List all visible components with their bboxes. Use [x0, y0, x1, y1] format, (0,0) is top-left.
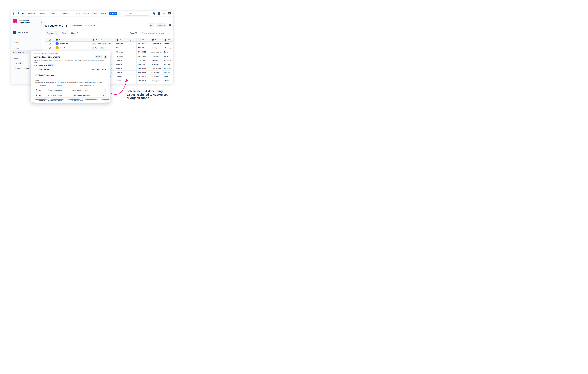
requests-field-icon [92, 38, 95, 41]
add-sla-button[interactable]: Add SLA [95, 55, 103, 58]
cell-office: Berlin [163, 75, 173, 79]
select-all-checkbox[interactable] [49, 39, 51, 41]
avatar [55, 42, 59, 45]
add-filter-icon[interactable]: + [67, 32, 68, 34]
table-row[interactable]: Cassi Owens8Open746ClosedAdvanced4291786… [45, 46, 173, 50]
closed-requests-link-fragment[interactable]: ed [111, 64, 112, 65]
nav-item-teams[interactable]: Teams [74, 11, 80, 16]
trash-icon[interactable] [65, 25, 67, 27]
select-field-icon [164, 38, 167, 41]
add-customer-button[interactable]: Add customer [45, 31, 59, 35]
closed-requests-link[interactable]: Closed [105, 47, 110, 49]
closed-requests-link-fragment[interactable]: ed [111, 67, 112, 69]
goal-row[interactable]: 4hSample 9-5 Calendar"Support package" =… [35, 93, 105, 98]
sidebar-app-title: Customers & Organizations [19, 19, 40, 24]
annotation-text: Determine SLA depending values assigned … [126, 89, 168, 100]
bell-icon[interactable] [169, 24, 172, 27]
sla-description: Set time goals with Service Level Agreem… [34, 60, 107, 63]
sla-card-time-to-resolution[interactable]: Time to resolution 3 goals Edit ••• [34, 67, 107, 72]
breadcrumb-item[interactable]: IT Support [41, 53, 47, 54]
column-header-telephone[interactable]: Aa Telephone [136, 38, 150, 42]
find-customer-input[interactable] [141, 31, 171, 35]
calendar-icon [48, 89, 49, 91]
cell-user: Alana Grant [54, 42, 90, 46]
column-header-user[interactable]: User [54, 38, 90, 42]
back-to-views[interactable]: ← Back to views [13, 31, 40, 34]
save-view-button[interactable]: Save view [85, 25, 95, 27]
column-header-requests[interactable]: Requests [90, 38, 114, 42]
closed-requests-link-fragment[interactable]: ed [111, 51, 112, 53]
notifications-icon[interactable] [153, 12, 156, 15]
filter-button[interactable]: Filter [62, 32, 66, 34]
cell-position: Administrator [150, 66, 163, 70]
edit-button[interactable]: Edit [96, 68, 100, 71]
remove-goal-icon[interactable]: × [102, 95, 105, 96]
cell-support-package: Advanced [114, 54, 136, 58]
row-checkbox[interactable] [49, 43, 51, 44]
chevron-down-icon [79, 13, 80, 14]
column-header-position[interactable]: Position [150, 38, 163, 42]
app-switcher-icon[interactable] [13, 12, 15, 15]
cell-position: Developer [150, 79, 163, 83]
nav-items: Your workProjectsFiltersDashboardsTeamsP… [27, 11, 106, 16]
rows-per-page-select[interactable]: Rows: 25 [130, 32, 139, 34]
nav-item-assets[interactable]: Assets [92, 11, 97, 16]
nav-item-projects[interactable]: Projects [40, 11, 47, 16]
search-icon [141, 32, 143, 34]
chevron-right-icon[interactable] [105, 69, 106, 70]
cell-support-package: Standard [114, 75, 136, 79]
actions-button[interactable]: Actions [156, 23, 167, 27]
closed-requests-link-fragment[interactable]: ed [111, 72, 112, 74]
goals-in-project-label: Goals in this project: [34, 64, 47, 66]
sidebar-section-private: PRIVATE [13, 47, 40, 49]
more-options-icon[interactable]: ••• [102, 69, 104, 70]
cell-telephone: 329517470 [136, 58, 150, 62]
goal-row[interactable]: 2hSample 9-5 Calendar"Support package" =… [35, 88, 105, 92]
cell-requests: 731Open2331Closed [90, 42, 114, 46]
closed-requests-link-fragment[interactable]: ed [111, 55, 112, 57]
column-header-support-package[interactable]: Support package [114, 38, 136, 42]
drag-handle-icon[interactable] [35, 89, 38, 91]
closed-requests-link-fragment[interactable]: ed [111, 59, 112, 61]
drag-handle-icon[interactable] [35, 95, 38, 96]
fields-button[interactable]: Fields 7 [71, 32, 78, 34]
add-goal-button[interactable]: + [69, 98, 72, 101]
remove-goal-icon[interactable]: × [102, 89, 105, 91]
open-requests-link[interactable]: Open [95, 47, 99, 49]
row-checkbox[interactable] [49, 47, 51, 49]
column-header-office[interactable]: Office [163, 38, 173, 42]
open-requests-link[interactable]: Open [97, 43, 101, 45]
chevron-down-icon [88, 13, 89, 14]
create-button[interactable]: Create [109, 12, 117, 15]
more-actions-button[interactable]: ••• [148, 23, 154, 27]
closed-count-badge: 2331 [102, 43, 107, 45]
nav-item-filters[interactable]: Filters [51, 11, 57, 16]
chevron-down-icon [56, 13, 57, 14]
user-avatar[interactable] [168, 12, 171, 15]
search-input[interactable] [125, 11, 149, 16]
jira-logo[interactable]: Jira [17, 12, 24, 15]
breadcrumb-item[interactable]: Project settings [49, 53, 58, 54]
sidebar-item-customers[interactable]: Customers [13, 41, 40, 44]
closed-requests-link[interactable]: Closed [107, 43, 112, 45]
closed-requests-link-fragment[interactable]: ed [111, 80, 112, 82]
chevron-down-icon [70, 13, 71, 14]
help-icon[interactable]: ? [158, 12, 160, 15]
calendar-button[interactable] [104, 55, 107, 58]
nav-item-dashboards[interactable]: Dashboards [60, 11, 70, 16]
gear-icon[interactable]: ⚙ [163, 12, 165, 15]
nav-item-your-work[interactable]: Your work [27, 11, 36, 16]
goals-table-header: Time Goal Calendar Issues to display (in… [35, 84, 105, 87]
nav-item-plans[interactable]: Plans [83, 11, 89, 16]
nav-item-apps[interactable]: Apps [101, 11, 106, 16]
cell-office: Winnipeg [163, 58, 173, 62]
sidebar-collapse-button[interactable] [40, 21, 43, 24]
reset-changes-button[interactable]: Reset changes [70, 25, 82, 27]
top-nav: Jira Your workProjectsFiltersDashboardsT… [11, 11, 173, 16]
cell-position: Developer [150, 46, 163, 50]
breadcrumb-item[interactable]: Projects [34, 53, 39, 54]
closed-requests-link-fragment[interactable]: sed [110, 76, 112, 77]
cell-support-package: Premium [114, 70, 136, 75]
table-row[interactable]: Alana Grant731Open2331ClosedAdvanced4852… [45, 42, 173, 46]
back-arrow-icon: ← [13, 31, 16, 34]
